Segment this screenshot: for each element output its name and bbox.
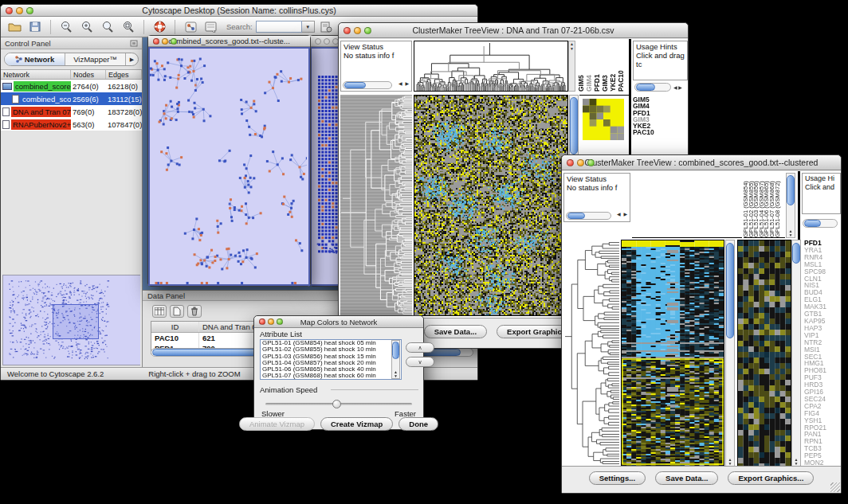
- main-heatmap[interactable]: [621, 240, 724, 467]
- zoom-button[interactable]: [171, 38, 177, 45]
- birdseye-viewport-rect[interactable]: [53, 304, 99, 339]
- search-input[interactable]: [256, 21, 302, 33]
- attribute-item[interactable]: GPL51-04 (GSM857) heat shock 20 min: [261, 360, 401, 366]
- group-divider: [331, 389, 418, 390]
- move-up-button[interactable]: ∧: [406, 342, 434, 353]
- tab-vizmapper[interactable]: VizMapper™: [65, 53, 125, 65]
- tv-comb-titlebar[interactable]: ClusterMaker TreeView : combined_scores_…: [562, 155, 841, 170]
- column-label: GPL51-01 (GSM854): [744, 173, 749, 237]
- selected-submatrix-heatmap[interactable]: [583, 99, 624, 140]
- close-button[interactable]: [153, 38, 159, 45]
- main-titlebar[interactable]: Cytoscape Desktop (Session Name: collins…: [1, 5, 477, 17]
- zoom-button[interactable]: [364, 27, 371, 34]
- float-panel-icon[interactable]: [130, 40, 138, 47]
- move-down-button[interactable]: ∨: [406, 357, 434, 367]
- dialog-titlebar[interactable]: Map Colors to Network: [254, 316, 423, 328]
- folder-icon: [2, 83, 12, 90]
- search-config-icon[interactable]: [318, 19, 336, 35]
- resize-grip[interactable]: [830, 483, 840, 492]
- column-label: YKE2: [609, 41, 617, 92]
- zoom-fit-icon[interactable]: [120, 19, 137, 35]
- dialog-button[interactable]: Animate Vizmap: [239, 417, 315, 431]
- tab-network[interactable]: Network: [5, 53, 65, 65]
- zoom-selected-icon[interactable]: [99, 19, 116, 35]
- usage-hscrollbar[interactable]: [634, 83, 671, 92]
- close-button[interactable]: [315, 38, 321, 45]
- dialog-body: Attribute List GPL51-01 (GSM854) heat sh…: [254, 328, 423, 429]
- document-icon: [2, 120, 10, 129]
- save-icon[interactable]: [26, 19, 44, 35]
- status-hint-zoom: Right-click + drag to ZOOM: [148, 369, 240, 378]
- attribute-vscrollbar[interactable]: ▲▼: [391, 340, 400, 379]
- close-button[interactable]: [567, 159, 574, 166]
- view-status-panel: View Status No status info f ◀ ▶: [563, 173, 630, 222]
- column-label: GIM5: [577, 41, 585, 92]
- animation-slider-thumb[interactable]: [332, 400, 341, 408]
- help-lifesaver-icon[interactable]: [151, 19, 168, 35]
- status-hscrollbar[interactable]: [343, 81, 392, 89]
- tv-dna-title: ClusterMaker TreeView : DNA and Tran 07-…: [412, 25, 614, 35]
- table-row-selected[interactable]: combined_sco 2569(6) 13112(15): [1, 92, 142, 105]
- close-button[interactable]: [259, 318, 265, 325]
- close-button[interactable]: [6, 7, 13, 14]
- minimize-button[interactable]: [162, 38, 168, 45]
- new-attribute-icon[interactable]: [170, 305, 184, 318]
- scroll-arrows[interactable]: ◀ ▶: [617, 210, 628, 219]
- minimize-button[interactable]: [354, 27, 361, 34]
- zoom-button[interactable]: [277, 318, 283, 325]
- zoom-heatmap[interactable]: [737, 240, 791, 467]
- treeview-button[interactable]: Export Graphics...: [728, 471, 814, 485]
- treeview-button[interactable]: Settings...: [589, 471, 646, 485]
- minimize-button[interactable]: [268, 318, 274, 325]
- heatmap-vscrollbar[interactable]: ▲▼: [725, 240, 735, 467]
- row-dendrogram[interactable]: [563, 240, 619, 467]
- zoom-out-icon[interactable]: [57, 19, 75, 35]
- attribute-item[interactable]: GPL51-01 (GSM854) heat shock 05 min: [261, 340, 401, 346]
- scroll-arrows[interactable]: ◀ ▶: [398, 80, 410, 88]
- network-canvas-1[interactable]: [148, 47, 310, 286]
- status-hscrollbar[interactable]: [566, 212, 611, 220]
- attribute-item[interactable]: GPL51-03 (GSM856) heat shock 15 min: [261, 354, 401, 360]
- vizmap-icon[interactable]: [182, 19, 199, 35]
- minimize-button[interactable]: [16, 7, 23, 14]
- dialog-button[interactable]: Create Vizmap: [320, 417, 393, 431]
- gene-label[interactable]: PAC10: [633, 129, 685, 135]
- mini-scrollbar[interactable]: ▲▼: [568, 41, 575, 92]
- zoom-vscrollbar[interactable]: ▲▼: [791, 240, 801, 467]
- annotation-icon[interactable]: [202, 19, 220, 35]
- zoom-button[interactable]: [26, 7, 33, 14]
- attribute-item[interactable]: GPL51-07 (GSM868) heat shock 60 min: [261, 373, 401, 379]
- treeview-combined-window: ClusterMaker TreeView : combined_scores_…: [561, 154, 842, 494]
- treeview-button[interactable]: Save Data...: [655, 471, 718, 485]
- tv-dna-titlebar[interactable]: ClusterMaker TreeView : DNA and Tran 07-…: [339, 23, 688, 38]
- table-row[interactable]: combined_scores_ 2764(0) 16218(0): [1, 80, 142, 92]
- network-table-header: Network Nodes Edges: [1, 69, 142, 80]
- table-row[interactable]: RNAPuberNov2+ 563(0) 107847(0): [1, 118, 142, 131]
- minimize-button[interactable]: [324, 38, 330, 45]
- zoom-button[interactable]: [587, 159, 595, 166]
- attribute-item[interactable]: GPL51-02 (GSM855) heat shock 10 min: [261, 346, 401, 353]
- close-button[interactable]: [344, 27, 351, 34]
- scroll-arrows[interactable]: ◀ ▶: [673, 84, 682, 90]
- dialog-button[interactable]: Done: [398, 417, 438, 431]
- table-row[interactable]: DNA and Tran 07 769(0) 183728(0): [1, 105, 142, 118]
- delete-attribute-icon[interactable]: [187, 305, 202, 318]
- attribute-item[interactable]: GPL51-06 (GSM865) heat shock 40 min: [261, 366, 401, 373]
- col-edges: Edges: [106, 70, 142, 79]
- tab-overflow-button[interactable]: ▶: [125, 53, 138, 65]
- submatrix-row-labels: GIM5GIM4PFD1GIM3YKE2PAC10: [633, 96, 685, 136]
- column-dendrogram-area[interactable]: [632, 173, 742, 238]
- collabel-vscrollbar[interactable]: ▲▼: [786, 173, 795, 238]
- zoom-in-icon[interactable]: [78, 19, 96, 35]
- search-dropdown-arrow[interactable]: ▼: [302, 21, 315, 33]
- main-heatmap[interactable]: [414, 95, 568, 316]
- net1-titlebar[interactable]: combined_scores_good.txt--cluste...: [148, 36, 310, 47]
- usage-hscrollbar[interactable]: [803, 219, 838, 228]
- column-dendrogram[interactable]: [414, 41, 568, 92]
- row-dendrogram[interactable]: [340, 95, 412, 316]
- treeview-button[interactable]: Save Data...: [424, 325, 487, 338]
- birdseye-view[interactable]: [2, 275, 140, 365]
- attribute-table-icon[interactable]: [152, 305, 167, 318]
- open-file-icon[interactable]: [6, 19, 23, 35]
- minimize-button[interactable]: [577, 159, 584, 166]
